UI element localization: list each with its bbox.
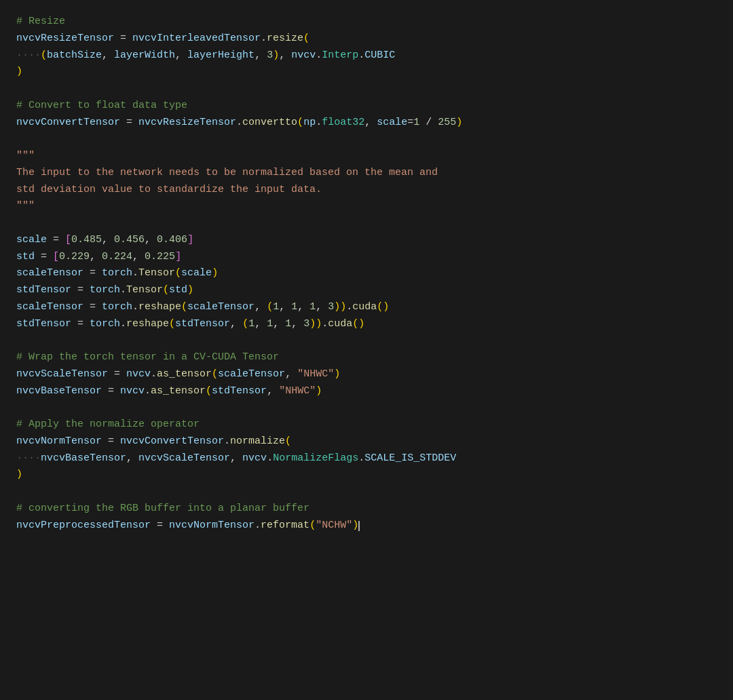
line-docstring-1: The input to the network needs to be nor… [16, 165, 717, 182]
line-comment-resize: # Resize [16, 14, 717, 31]
line-scaletensor-assign: nvcvScaleTensor = nvcv.as_tensor(scaleTe… [16, 366, 717, 383]
empty-2 [16, 131, 717, 148]
code-editor: # Resize nvcvResizeTensor = nvcvInterlea… [0, 0, 733, 700]
empty-3 [16, 215, 717, 232]
line-stdtensor-reshape: stdTensor = torch.reshape(stdTensor, (1,… [16, 316, 717, 333]
line-comment-normalize: # Apply the normalize operator [16, 416, 717, 433]
line-convert-assign: nvcvConvertTensor = nvcvResizeTensor.con… [16, 115, 717, 132]
empty-6 [16, 484, 717, 501]
line-resize-args: ····(batchSize, layerWidth, layerHeight,… [16, 47, 717, 64]
line-scaletensor-reshape: scaleTensor = torch.reshape(scaleTensor,… [16, 299, 717, 316]
line-close-paren-2: ) [16, 467, 717, 484]
line-docstring-2: std deviation value to standardize the i… [16, 182, 717, 199]
line-comment-wrap: # Wrap the torch tensor in a CV-CUDA Ten… [16, 349, 717, 366]
line-preprocessed-assign: nvcvPreprocessedTensor = nvcvNormTensor.… [16, 518, 717, 534]
line-comment-reformat: # converting the RGB buffer into a plana… [16, 501, 717, 518]
line-resize-assign: nvcvResizeTensor = nvcvInterleavedTensor… [16, 31, 717, 47]
line-scale: scale = [0.485, 0.456, 0.406] [16, 232, 717, 249]
line-stdtensor: stdTensor = torch.Tensor(std) [16, 282, 717, 299]
line-normtensor-assign: nvcvNormTensor = nvcvConvertTensor.norma… [16, 433, 717, 450]
line-comment-convert: # Convert to float data type [16, 98, 717, 115]
line-std: std = [0.229, 0.224, 0.225] [16, 249, 717, 266]
empty-1 [16, 81, 717, 98]
line-scaletensor: scaleTensor = torch.Tensor(scale) [16, 265, 717, 282]
line-docstring-open: """ [16, 148, 717, 165]
line-normalize-args: ····nvcvBaseTensor, nvcvScaleTensor, nvc… [16, 450, 717, 467]
line-close-paren-1: ) [16, 64, 717, 81]
line-docstring-close: """ [16, 198, 717, 215]
line-basetensor-assign: nvcvBaseTensor = nvcv.as_tensor(stdTenso… [16, 383, 717, 400]
empty-5 [16, 400, 717, 416]
empty-4 [16, 332, 717, 349]
